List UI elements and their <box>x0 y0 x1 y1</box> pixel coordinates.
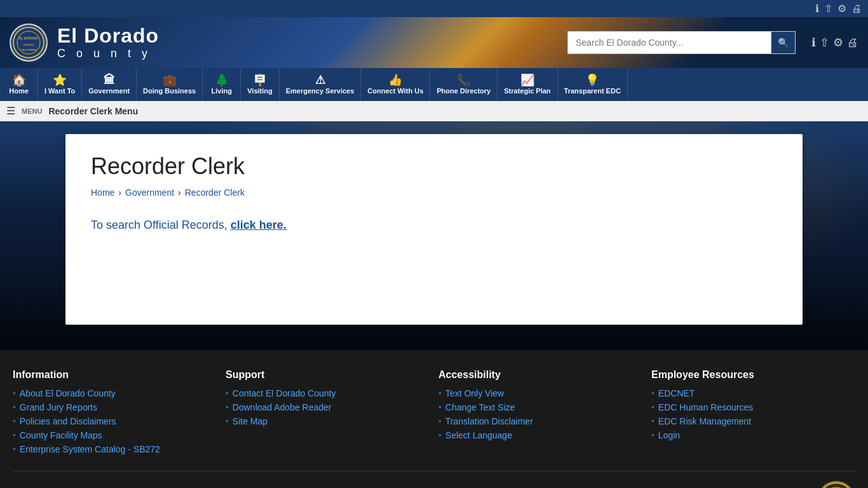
footer-link-enterprise-catalog[interactable]: Enterprise System Catalog - SB272 <box>20 444 160 454</box>
nav-item-home[interactable]: 🏠 Home <box>0 68 38 101</box>
section-menu-label: Recorder Clerk Menu <box>48 106 138 116</box>
footer-link-adobe[interactable]: Download Adobe Reader <box>233 402 332 412</box>
nav-item-phone-directory[interactable]: 📞 Phone Directory <box>430 68 498 101</box>
connect-icon: 👍 <box>388 74 402 86</box>
hamburger-icon[interactable]: ☰ <box>6 105 15 117</box>
nav-item-living[interactable]: 🌲 Living <box>203 68 241 101</box>
nav-item-emergency-services[interactable]: ⚠ Emergency Services <box>280 68 362 101</box>
list-item: Text Only View <box>438 388 639 398</box>
business-icon: 💼 <box>163 74 177 86</box>
nav-item-visiting[interactable]: 🪧 Visiting <box>241 68 280 101</box>
breadcrumb-government[interactable]: Government <box>125 187 174 198</box>
header-settings-icon[interactable]: ⚙ <box>833 36 843 50</box>
footer: Information About El Dorado County Grand… <box>0 350 868 488</box>
footer-link-language[interactable]: Select Language <box>445 430 512 440</box>
breadcrumb-home[interactable]: Home <box>91 187 114 198</box>
footer-information-heading: Information <box>13 369 213 381</box>
footer-link-policies[interactable]: Policies and Disclaimers <box>20 416 116 426</box>
footer-accessibility-heading: Accessibility <box>438 369 639 381</box>
search-button[interactable]: 🔍 <box>771 31 796 54</box>
footer-employee-resources: Employee Resources EDCNET EDC Human Reso… <box>651 369 851 458</box>
list-item: EDC Risk Management <box>651 416 851 426</box>
transparent-icon: 💡 <box>585 74 599 86</box>
header-print-icon[interactable]: 🖨 <box>847 36 858 50</box>
footer-link-sitemap[interactable]: Site Map <box>233 416 268 426</box>
footer-link-grand-jury[interactable]: Grand Jury Reports <box>20 402 97 412</box>
visiting-icon: 🪧 <box>253 74 267 86</box>
search-text-prefix: To search Official Records, <box>91 219 231 231</box>
footer-link-hr[interactable]: EDC Human Resources <box>658 402 753 412</box>
svg-point-0 <box>13 27 44 58</box>
content-card: Recorder Clerk Home › Government › Recor… <box>65 134 803 325</box>
nav-item-doing-business[interactable]: 💼 Doing Business <box>137 68 203 101</box>
list-item: Select Language <box>438 430 639 440</box>
footer-link-about[interactable]: About El Dorado County <box>20 388 116 398</box>
menu-text: MENU <box>22 107 42 115</box>
phone-icon: 📞 <box>457 74 471 86</box>
search-records-link[interactable]: click here. <box>231 219 287 231</box>
footer-link-text-only[interactable]: Text Only View <box>445 388 504 398</box>
nav-item-strategic-plan[interactable]: 📈 Strategic Plan <box>498 68 557 101</box>
header-info-icon[interactable]: ℹ <box>811 36 816 50</box>
list-item: Grand Jury Reports <box>13 402 213 412</box>
nav-item-i-want-to[interactable]: ⭐ I Want To <box>38 68 82 101</box>
share-icon[interactable]: ⇧ <box>824 3 832 15</box>
list-item: Policies and Disclaimers <box>13 416 213 426</box>
svg-text:EL DORADO: EL DORADO <box>19 36 38 40</box>
list-item: Site Map <box>226 416 426 426</box>
list-item: Contact El Dorado County <box>226 388 426 398</box>
footer-support: Support Contact El Dorado County Downloa… <box>226 369 426 458</box>
content-area: Recorder Clerk Home › Government › Recor… <box>0 121 868 350</box>
nav-item-connect-with-us[interactable]: 👍 Connect With Us <box>361 68 430 101</box>
footer-seal: EL DORADO COUNTY CALIFORNIA ★★★★ <box>817 481 855 488</box>
list-item: Login <box>651 430 851 440</box>
footer-information: Information About El Dorado County Grand… <box>13 369 213 458</box>
header-utility-icons: ℹ ⇧ ⚙ 🖨 <box>811 36 858 50</box>
list-item: About El Dorado County <box>13 388 213 398</box>
list-item: County Facility Maps <box>13 430 213 440</box>
star-icon: ⭐ <box>53 74 67 86</box>
nav-item-government[interactable]: 🏛 Government <box>82 68 137 101</box>
header-share-icon[interactable]: ⇧ <box>820 36 829 50</box>
footer-support-heading: Support <box>226 369 426 381</box>
list-item: Change Text Size <box>438 402 639 412</box>
nav-item-transparent-edc[interactable]: 💡 Transparent EDC <box>558 68 628 101</box>
search-bar: 🔍 <box>567 31 796 54</box>
list-item: Enterprise System Catalog - SB272 <box>13 444 213 454</box>
breadcrumb-current: Recorder Clerk <box>185 187 245 198</box>
main-nav: 🏠 Home ⭐ I Want To 🏛 Government 💼 Doing … <box>0 68 868 101</box>
breadcrumb-sep-1: › <box>118 187 121 198</box>
svg-text:CALIFORNIA: CALIFORNIA <box>21 48 37 51</box>
footer-employee-heading: Employee Resources <box>651 369 851 381</box>
list-item: Download Adobe Reader <box>226 402 426 412</box>
print-icon[interactable]: 🖨 <box>851 3 862 15</box>
top-utility-bar: ℹ ⇧ ⚙ 🖨 <box>0 0 868 17</box>
list-item: Translation Disclaimer <box>438 416 639 426</box>
emergency-icon: ⚠ <box>315 74 325 86</box>
svg-text:COUNTY: COUNTY <box>24 43 34 46</box>
footer-link-edcnet[interactable]: EDCNET <box>658 388 695 398</box>
site-header: EL DORADO COUNTY CALIFORNIA El Dorado C … <box>0 17 868 68</box>
footer-grid: Information About El Dorado County Grand… <box>13 369 851 458</box>
footer-link-risk[interactable]: EDC Risk Management <box>658 416 751 426</box>
footer-bottom: © County of El Dorado | Emerald Bay back… <box>13 471 855 488</box>
footer-link-login[interactable]: Login <box>658 430 680 440</box>
tree-icon: 🌲 <box>215 74 229 86</box>
site-logo[interactable]: EL DORADO COUNTY CALIFORNIA <box>10 24 48 62</box>
search-records-text: To search Official Records, click here. <box>91 217 777 234</box>
info-icon[interactable]: ℹ <box>815 3 819 15</box>
search-input[interactable] <box>567 31 771 54</box>
footer-link-translation[interactable]: Translation Disclaimer <box>445 416 533 426</box>
list-item: EDC Human Resources <box>651 402 851 412</box>
home-icon: 🏠 <box>12 74 26 86</box>
footer-accessibility: Accessibility Text Only View Change Text… <box>438 369 639 458</box>
list-item: EDCNET <box>651 388 851 398</box>
settings-icon[interactable]: ⚙ <box>837 3 846 15</box>
footer-link-facility-maps[interactable]: County Facility Maps <box>20 430 102 440</box>
site-subtitle: C o u n t y <box>57 47 159 60</box>
government-icon: 🏛 <box>104 74 115 86</box>
strategic-icon: 📈 <box>520 74 534 86</box>
footer-link-contact[interactable]: Contact El Dorado County <box>233 388 336 398</box>
footer-link-text-size[interactable]: Change Text Size <box>445 402 515 412</box>
site-title: El Dorado C o u n t y <box>57 25 159 60</box>
